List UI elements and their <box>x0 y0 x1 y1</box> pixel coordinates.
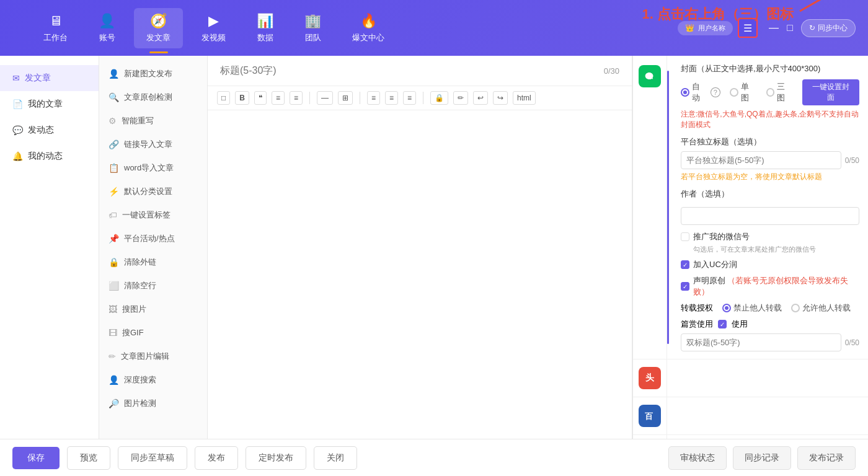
nav-team-label: 团队 <box>305 32 321 43</box>
tb-undo-btn[interactable]: ↩ <box>473 91 488 105</box>
save-button[interactable]: 保存 <box>12 447 60 469</box>
tool-set-tags[interactable]: 🏷 一键设置标签 <box>99 203 207 227</box>
wechat-icon-col[interactable] <box>633 56 667 359</box>
tb-quote-btn[interactable]: ❝ <box>254 91 267 105</box>
comment-checkbox[interactable]: ✓ <box>718 320 727 328</box>
auto-help-icon[interactable]: ? <box>711 87 720 97</box>
auto-radio[interactable]: 自动 ? <box>681 81 720 104</box>
tb-ul-btn[interactable]: ≡ <box>290 91 303 105</box>
tool-platform-activity[interactable]: 📌 平台活动/热点 <box>99 227 207 250</box>
sidebar-item-my-moments[interactable]: 🔔 我的动态 <box>0 143 99 169</box>
publish-article-icon: ✉ <box>12 73 20 83</box>
tool-default-category-label: 默认分类设置 <box>124 186 172 197</box>
tool-default-category[interactable]: ⚡ 默认分类设置 <box>99 180 207 203</box>
toutiao-details <box>667 359 868 397</box>
nav-hot[interactable]: 🔥 爆文中心 <box>340 8 397 48</box>
tb-html-btn[interactable]: html <box>513 91 536 105</box>
sidebar-item-publish[interactable]: ✉ 发文章 <box>0 65 99 91</box>
search-gif-icon: 🎞 <box>108 328 117 338</box>
svg-text:百: 百 <box>645 412 653 421</box>
cover-title: 封面（从正文中选择,最小尺寸400*300) <box>681 63 859 74</box>
tool-set-tags-label: 一键设置标签 <box>122 209 170 221</box>
data-icon: 📊 <box>257 13 273 29</box>
tb-edit-btn[interactable]: ✏ <box>453 91 468 105</box>
editor-title-input[interactable] <box>220 65 604 76</box>
tb-ol-btn[interactable]: ≡ <box>272 91 285 105</box>
video-icon: ▶ <box>208 13 219 29</box>
clear-links-icon: 🔒 <box>108 257 119 267</box>
tb-align-center-btn[interactable]: ≡ <box>385 91 398 105</box>
tool-deep-search-label: 深度搜索 <box>124 374 156 386</box>
maximize-button[interactable]: □ <box>784 22 796 34</box>
image-detect-icon: 🔎 <box>108 399 119 408</box>
uc-comment-checkbox[interactable]: ✓ <box>681 260 689 269</box>
moments-icon: 💬 <box>12 125 23 135</box>
forbid-radio-dot <box>722 304 731 312</box>
auto-radio-dot <box>681 88 689 97</box>
sidebar-item-moments[interactable]: 💬 发动态 <box>0 117 99 143</box>
tool-word-import[interactable]: 📋 word导入文章 <box>99 156 207 180</box>
tb-align-right-btn[interactable]: ≡ <box>403 91 416 105</box>
tb-bold-btn[interactable]: B <box>235 91 249 105</box>
deep-search-icon: 👤 <box>108 375 119 385</box>
left-sidebar: ✉ 发文章 📄 我的文章 💬 发动态 🔔 我的动态 <box>0 56 99 476</box>
allow-transfer-radio[interactable]: 允许他人转载 <box>791 302 851 314</box>
publish-log-button[interactable]: 发布记录 <box>797 446 856 470</box>
uc-comment-row: ✓ 加入UC分润 <box>681 259 859 270</box>
nav-workbench[interactable]: 🖥 工作台 <box>31 8 80 48</box>
schedule-button[interactable]: 定时发布 <box>246 446 306 470</box>
preview-button[interactable]: 预览 <box>67 446 110 470</box>
tb-redo-btn[interactable]: ↪ <box>493 91 508 105</box>
one-click-cover-button[interactable]: 一键设置封面 <box>802 79 859 105</box>
tool-clear-links[interactable]: 🔒 清除外链 <box>99 250 207 274</box>
tool-image-detect[interactable]: 🔎 图片检测 <box>99 392 207 415</box>
toolbar-divider-3 <box>423 92 423 104</box>
tb-image-btn[interactable]: ⊞ <box>338 91 353 105</box>
link-import-icon: 🔗 <box>108 139 119 149</box>
sync-log-button[interactable]: 同步记录 <box>733 446 791 470</box>
author-subtitle: 作者（选填） <box>681 188 859 200</box>
tool-link-import[interactable]: 🔗 链接导入文章 <box>99 133 207 156</box>
close-button[interactable]: 关闭 <box>314 446 357 470</box>
review-status-button[interactable]: 审核状态 <box>668 446 727 470</box>
sidebar-item-my-article[interactable]: 📄 我的文章 <box>0 91 99 117</box>
tool-clear-empty[interactable]: ⬜ 清除空行 <box>99 274 207 298</box>
bottom-bar: 保存 预览 同步至草稿 发布 定时发布 关闭 审核状态 同步记录 发布记录 <box>0 439 868 476</box>
sync-draft-button[interactable]: 同步至草稿 <box>118 446 187 470</box>
platform-title-input[interactable] <box>681 151 841 169</box>
tool-clear-empty-label: 清除空行 <box>124 280 156 291</box>
publish-button[interactable]: 发布 <box>195 446 238 470</box>
tb-line-btn[interactable]: — <box>317 91 333 105</box>
nav-video[interactable]: ▶ 发视频 <box>189 8 238 48</box>
forbid-transfer-radio[interactable]: 禁止他人转载 <box>722 302 782 314</box>
dual-title-input[interactable] <box>681 333 841 351</box>
nav-team[interactable]: 🏢 团队 <box>292 8 334 48</box>
platform-title-char-count: 0/50 <box>845 156 859 165</box>
tb-align-left-btn[interactable]: ≡ <box>367 91 380 105</box>
tb-frame-btn[interactable]: □ <box>217 91 230 105</box>
minimize-button[interactable]: — <box>768 22 780 34</box>
original-detect-icon: 🔍 <box>108 92 119 102</box>
publish-icon: 🧭 <box>150 13 167 29</box>
tool-image-edit[interactable]: ✏ 文章图片编辑 <box>99 345 207 368</box>
author-input[interactable] <box>681 207 859 225</box>
window-controls: — □ <box>768 22 796 34</box>
tb-lock-btn[interactable]: 🔒 <box>430 91 448 105</box>
tool-smart-rewrite[interactable]: ⚙ 智能重写 <box>99 109 207 133</box>
single-radio[interactable]: 单图 <box>730 81 757 104</box>
baijiahao-icon[interactable]: 百 <box>633 397 667 434</box>
tool-new-publish[interactable]: 👤 新建图文发布 <box>99 62 207 86</box>
three-radio[interactable]: 三图 <box>766 81 794 104</box>
editor-content[interactable] <box>208 110 632 452</box>
tool-search-image[interactable]: 🖼 搜图片 <box>99 298 207 321</box>
toutiao-icon[interactable]: 头 <box>633 359 667 397</box>
tool-deep-search[interactable]: 👤 深度搜索 <box>99 368 207 392</box>
original-checkbox[interactable]: ✓ <box>681 282 689 291</box>
tool-search-gif[interactable]: 🎞 搜GIF <box>99 321 207 345</box>
nav-publish[interactable]: 🧭 发文章 <box>134 8 183 48</box>
nav-account[interactable]: 👤 账号 <box>86 8 128 48</box>
nav-data[interactable]: 📊 数据 <box>244 8 286 48</box>
sync-center-button[interactable]: ↻ 同步中心 <box>801 19 856 37</box>
tool-original-detect[interactable]: 🔍 文章原创检测 <box>99 86 207 109</box>
promote-wechat-checkbox[interactable] <box>681 232 689 241</box>
